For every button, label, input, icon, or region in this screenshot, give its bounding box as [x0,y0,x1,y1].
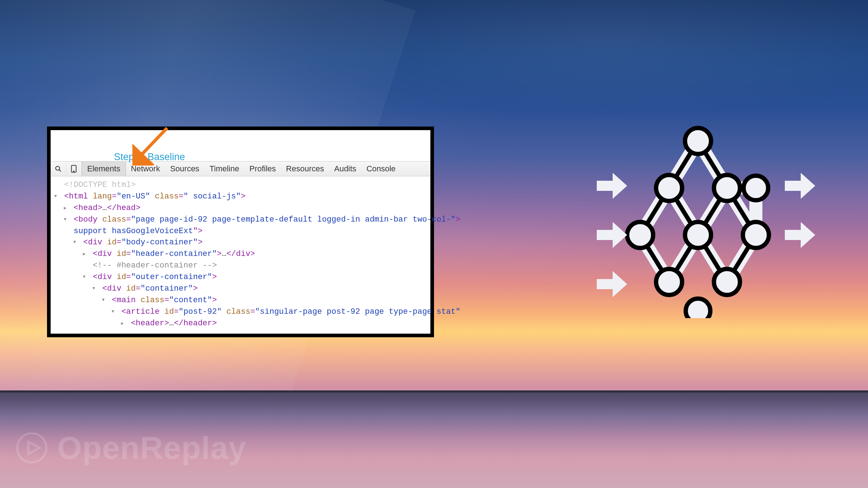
devtools-toolbar: Elements Network Sources Timeline Profil… [51,161,430,176]
dom-line[interactable]: <head>…</head> [54,202,427,214]
dom-line[interactable]: <!DOCTYPE html> [54,179,427,191]
dom-line[interactable]: <article id="post-92" class="singular-pa… [54,306,427,318]
svg-point-13 [656,269,682,295]
arrow-out-icon [785,173,815,248]
tab-elements[interactable]: Elements [82,162,126,176]
svg-point-11 [685,222,711,248]
svg-point-2 [56,166,60,170]
svg-line-1 [136,128,167,160]
svg-point-0 [17,433,47,463]
tab-timeline[interactable]: Timeline [204,162,244,176]
dom-line[interactable]: <body class="page page-id-92 page-templa… [54,214,427,226]
svg-point-12 [743,222,769,248]
search-icon[interactable] [51,162,66,176]
tab-profiles[interactable]: Profiles [244,162,281,176]
neural-network-icon [590,116,821,318]
dom-line[interactable]: <div id="outer-container"> [54,271,427,283]
tab-console[interactable]: Console [361,162,401,176]
devtools-tabs: Elements Network Sources Timeline Profil… [82,162,401,176]
dom-line[interactable]: <div id="header-container">…</div> [54,248,427,260]
tab-resources[interactable]: Resources [281,162,329,176]
watermark-text: OpenReplay [57,429,246,466]
device-toggle-icon[interactable] [66,162,82,176]
svg-point-14 [714,269,740,295]
svg-point-8 [714,175,740,201]
dom-line[interactable]: support hasGoogleVoiceExt"> [54,226,427,237]
watermark: OpenReplay [14,429,246,466]
dom-line[interactable]: <html lang="en-US" class=" social-js"> [54,191,427,202]
tab-audits[interactable]: Audits [329,162,361,176]
svg-point-6 [685,128,711,154]
panel-header-area: Step 0: Baseline [51,130,430,161]
svg-point-5 [73,171,74,172]
svg-point-15 [686,299,710,318]
dom-line[interactable]: <div id="body-container"> [54,237,427,248]
dom-line[interactable]: <header>…</header> [54,318,427,329]
svg-point-9 [744,176,768,200]
dom-tree[interactable]: <!DOCTYPE html> <html lang="en-US" class… [51,176,430,334]
watermark-play-icon [14,431,49,465]
svg-line-3 [59,170,61,172]
dom-line[interactable]: <!-- #header-container --> [54,260,427,271]
orange-arrow-annotation [132,126,176,166]
devtools-panel: Step 0: Baseline Elements Network Sourc [47,127,434,337]
svg-point-10 [627,222,653,248]
arrow-in-icon [597,173,627,297]
svg-point-7 [656,175,682,201]
dom-line[interactable]: <div id="container"> [54,283,427,295]
dom-line[interactable]: <main class="content"> [54,295,427,306]
